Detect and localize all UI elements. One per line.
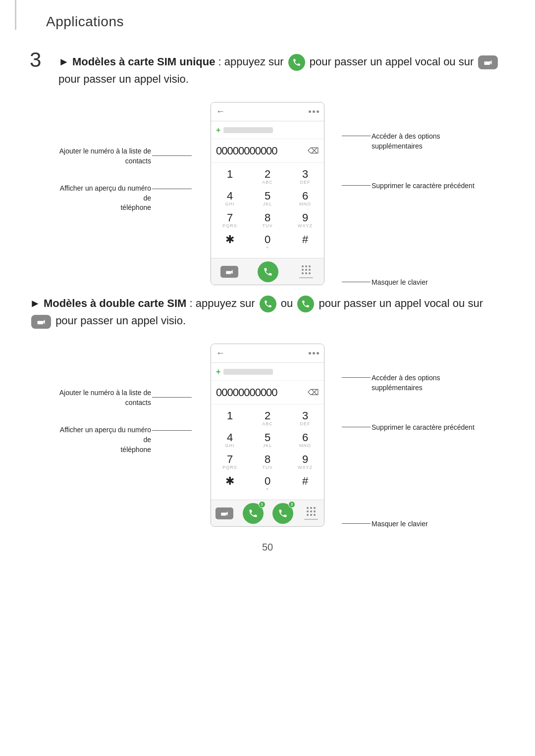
diagram2-container: ← + 00000000000 [54,344,481,527]
keypad-2: 1 2ABC 3DEF 4GHI 5JKL 6MNO 7PQRS 8TUV [211,404,324,500]
step3-row: 3 ► Modèles à carte SIM unique : appuyez… [30,50,505,87]
key-5-2[interactable]: 5JKL [253,430,282,450]
hide-keypad-button[interactable] [298,263,315,280]
page-header: Applications [15,0,535,30]
key-6-2[interactable]: 6MNO [290,430,320,450]
line-hide-2 [342,523,371,524]
line-options-2 [342,377,371,378]
step3b-end: pour passer un appel visio. [55,314,186,327]
diagram1-container: ← + 00000000000 [54,102,481,285]
keypad-row-2-1: 1 2ABC 3DEF [211,408,324,428]
plus-icon-2: + [216,367,220,376]
keypad-row-3: 7PQRS 8TUV 9WXYZ [211,210,324,230]
key-8-2[interactable]: 8TUV [253,452,282,472]
hide-bar [304,519,318,520]
key-9-2[interactable]: 9WXYZ [290,452,320,472]
phone-top-bar: ← [211,102,324,121]
key-1[interactable]: 1 [215,167,245,187]
page-number: 50 [0,527,535,568]
line-delete-2 [342,427,371,427]
keypad-row-2-4: ✱ 0+ # [211,474,324,494]
step3-after2: pour passer un appel visio. [58,73,189,85]
key-2[interactable]: 2ABC [253,167,282,187]
keypad-row-2-3: 7PQRS 8TUV 9WXYZ [211,452,324,472]
step3-middle: : appuyez sur [218,55,287,68]
key-0[interactable]: 0+ [253,232,282,252]
line-hide [342,282,371,282]
back-arrow-icon: ← [216,106,225,117]
phone-sim1-icon [260,296,276,312]
menu-dot-2 [309,352,311,354]
call-button[interactable] [258,261,278,282]
key-hash[interactable]: # [290,232,320,252]
hide-keypad-button-2[interactable] [303,505,320,522]
annotation-more-options-2: Accéder à des optionssupplémentaires [372,373,440,393]
key-8[interactable]: 8TUV [253,210,282,230]
annotation-delete-char: Supprimer le caractère précédent [372,181,475,191]
keypad-row-1: 1 2ABC 3DEF [211,167,324,187]
bottom-bar-1 [211,258,324,285]
key-4[interactable]: 4GHI [215,189,245,208]
annotation-hide-keypad-2: Masquer le clavier [372,519,428,529]
menu-dot [317,110,319,113]
call-button-sim1[interactable]: 1 [243,503,264,524]
key-star[interactable]: ✱ [215,232,245,252]
key-6[interactable]: 6MNO [290,189,320,208]
step3-after1: pour passer un appel vocal ou sur [310,55,477,68]
menu-dots [309,110,319,113]
key-3-2[interactable]: 3DEF [290,408,320,428]
phone-top-bar-2: ← [211,344,324,363]
key-7-2[interactable]: 7PQRS [215,452,245,472]
menu-dot-2 [313,352,315,354]
delete-button-2[interactable]: ⌫ [308,388,319,397]
annotation-add-contact-2: Ajouter le numéro à la liste decontacts [59,388,151,407]
video-icon-3b [31,315,51,329]
key-9[interactable]: 9WXYZ [290,210,320,230]
key-4-2[interactable]: 4GHI [215,430,245,450]
video-call-button[interactable] [220,266,238,278]
sim1-badge: 1 [259,501,266,508]
plus-icon: + [216,126,220,135]
line-add-contact-2 [152,397,192,398]
line-phone-preview [152,189,192,189]
page-container: Applications 3 ► Modèles à carte SIM uni… [0,0,535,568]
menu-dots-2 [309,352,319,354]
sim2-badge: 2 [288,501,295,508]
key-1-2[interactable]: 1 [215,408,245,428]
video-call-button-2[interactable] [215,507,233,519]
step3b-bold: Modèles à double carte SIM [44,297,187,309]
step3-arrow: ► [58,55,72,68]
page-title: Applications [46,14,124,29]
key-7[interactable]: 7PQRS [215,210,245,230]
key-0-2[interactable]: 0+ [253,474,282,494]
key-3[interactable]: 3DEF [290,167,320,187]
key-2-2[interactable]: 2ABC [253,408,282,428]
key-star-2[interactable]: ✱ [215,474,245,494]
annotation-delete-char-2: Supprimer le caractère précédent [372,423,475,433]
annotation-phone-preview-2: Afficher un aperçu du numéro detéléphone [54,425,151,454]
line-delete [342,185,371,186]
menu-dot [309,110,311,113]
step-number: 3 [30,50,50,70]
annotation-hide-keypad: Masquer le clavier [372,278,428,288]
number-display: 00000000000 ⌫ [211,139,324,163]
step3b-between: ou [281,297,296,309]
phone-number: 00000000000 [216,145,277,157]
step3b-arrow: ► [30,297,44,309]
call-button-sim2[interactable]: 2 [272,503,293,524]
bottom-bar-2: 1 2 [211,500,324,526]
key-5[interactable]: 5JKL [253,189,282,208]
line-options [342,136,371,136]
menu-dot [313,110,315,113]
step3b-after: pour passer un appel vocal ou sur [319,297,483,309]
keypad-row-4: ✱ 0+ # [211,232,324,252]
step3-bold: Modèles à carte SIM unique [72,55,215,68]
keypad: 1 2ABC 3DEF 4GHI 5JKL 6MNO 7PQRS 8TUV [211,163,324,258]
delete-button[interactable]: ⌫ [308,146,319,155]
menu-dot-2 [317,352,319,354]
phone-number-2: 00000000000 [216,386,277,399]
phone-call-icon [288,54,305,71]
step3b-row: ► Modèles à double carte SIM : appuyez s… [30,295,505,329]
key-hash-2[interactable]: # [290,474,320,494]
phone-sim2-icon [297,296,314,312]
